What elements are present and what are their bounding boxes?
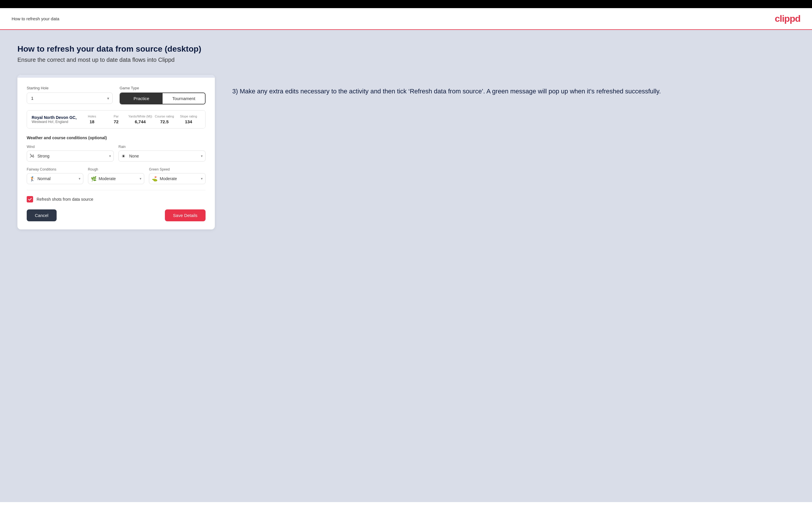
fairway-item: Fairway Conditions 🏌 Normal ▾ bbox=[27, 167, 83, 184]
form-card-strip bbox=[17, 75, 215, 78]
holes-stat: Holes 18 bbox=[80, 115, 104, 124]
course-rating-stat: Course rating 72.5 bbox=[152, 115, 176, 124]
fairway-select[interactable]: Normal bbox=[27, 173, 83, 184]
green-speed-item: Green Speed ⛳ Moderate ▾ bbox=[149, 167, 206, 184]
logo: clippd bbox=[775, 13, 800, 24]
wind-select-wrap: 🌬 Strong ▾ bbox=[27, 151, 114, 162]
holes-value: 18 bbox=[80, 119, 104, 124]
refresh-checkbox[interactable] bbox=[27, 196, 33, 203]
course-table: Royal North Devon GC, Westward Ho!, Engl… bbox=[27, 110, 206, 128]
par-stat: Par 72 bbox=[104, 115, 128, 124]
holes-label: Holes bbox=[80, 115, 104, 118]
starting-hole-select-wrap: 1 ▾ bbox=[27, 93, 113, 104]
yards-label: Yards/White (M)) bbox=[128, 115, 152, 118]
course-rating-value: 72.5 bbox=[152, 119, 176, 124]
wind-rain-row: Wind 🌬 Strong ▾ Rain ☀ bbox=[27, 145, 206, 162]
rain-select-wrap: ☀ None ▾ bbox=[118, 151, 206, 162]
rough-item: Rough 🌿 Moderate ▾ bbox=[88, 167, 145, 184]
header-title: How to refresh your data bbox=[12, 16, 59, 21]
yards-stat: Yards/White (M)) 6,744 bbox=[128, 115, 152, 124]
form-actions: Cancel Save Details bbox=[27, 210, 206, 221]
slope-rating-value: 134 bbox=[176, 119, 201, 124]
green-speed-label: Green Speed bbox=[149, 167, 206, 171]
checkmark-icon bbox=[28, 197, 32, 201]
cancel-button[interactable]: Cancel bbox=[27, 210, 57, 221]
save-button[interactable]: Save Details bbox=[165, 210, 206, 221]
green-speed-select[interactable]: Moderate bbox=[149, 173, 206, 184]
course-table-row: Royal North Devon GC, Westward Ho!, Engl… bbox=[27, 111, 205, 128]
par-value: 72 bbox=[104, 119, 128, 124]
green-speed-select-wrap: ⛳ Moderate ▾ bbox=[149, 173, 206, 184]
tournament-button[interactable]: Tournament bbox=[163, 93, 205, 104]
course-name: Royal North Devon GC, bbox=[32, 115, 80, 120]
rain-label: Rain bbox=[118, 145, 206, 149]
game-type-toggle: Practice Tournament bbox=[119, 93, 206, 104]
page-subheading: Ensure the correct and most up to date d… bbox=[17, 57, 795, 63]
slope-rating-label: Slope rating bbox=[176, 115, 201, 118]
starting-hole-label: Starting Hole bbox=[27, 86, 113, 90]
page-heading: How to refresh your data from source (de… bbox=[17, 44, 795, 54]
practice-button[interactable]: Practice bbox=[120, 93, 163, 104]
wind-label: Wind bbox=[27, 145, 114, 149]
starting-hole-group: Starting Hole 1 ▾ bbox=[27, 86, 113, 104]
game-type-group: Game Type Practice Tournament bbox=[119, 86, 206, 104]
wind-select[interactable]: Strong bbox=[27, 151, 114, 162]
form-card-inner: Starting Hole 1 ▾ Game Type Practice T bbox=[17, 78, 215, 229]
rough-select[interactable]: Moderate bbox=[88, 173, 145, 184]
wind-item: Wind 🌬 Strong ▾ bbox=[27, 145, 114, 162]
header: How to refresh your data clippd bbox=[0, 8, 812, 30]
course-rating-label: Course rating bbox=[152, 115, 176, 118]
game-type-label: Game Type bbox=[119, 86, 206, 90]
fairway-label: Fairway Conditions bbox=[27, 167, 83, 171]
refresh-row: Refresh shots from data source bbox=[27, 196, 206, 203]
rain-item: Rain ☀ None ▾ bbox=[118, 145, 206, 162]
form-row-top: Starting Hole 1 ▾ Game Type Practice T bbox=[27, 86, 206, 104]
form-card: Starting Hole 1 ▾ Game Type Practice T bbox=[17, 75, 215, 229]
slope-rating-stat: Slope rating 134 bbox=[176, 115, 201, 124]
content-layout: Starting Hole 1 ▾ Game Type Practice T bbox=[17, 75, 795, 229]
course-info: Royal North Devon GC, Westward Ho!, Engl… bbox=[32, 115, 80, 124]
yards-value: 6,744 bbox=[128, 119, 152, 124]
par-label: Par bbox=[104, 115, 128, 118]
rain-select[interactable]: None bbox=[118, 151, 206, 162]
top-bar bbox=[0, 0, 812, 8]
rough-select-wrap: 🌿 Moderate ▾ bbox=[88, 173, 145, 184]
footer: Copyright Clippd 2022 bbox=[0, 502, 812, 507]
starting-hole-select[interactable]: 1 bbox=[27, 93, 113, 104]
side-description: 3) Make any extra edits necessary to the… bbox=[232, 87, 795, 96]
fairway-rough-green-row: Fairway Conditions 🏌 Normal ▾ Rough � bbox=[27, 167, 206, 184]
course-location: Westward Ho!, England bbox=[32, 120, 80, 124]
rough-label: Rough bbox=[88, 167, 145, 171]
main-content: How to refresh your data from source (de… bbox=[0, 30, 812, 502]
weather-section-label: Weather and course conditions (optional) bbox=[27, 135, 206, 140]
side-text: 3) Make any extra edits necessary to the… bbox=[232, 75, 795, 96]
refresh-label: Refresh shots from data source bbox=[37, 197, 93, 202]
fairway-select-wrap: 🏌 Normal ▾ bbox=[27, 173, 83, 184]
